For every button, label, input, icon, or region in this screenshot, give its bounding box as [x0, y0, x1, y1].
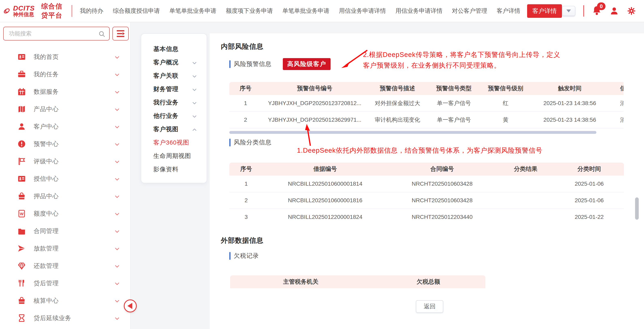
sidebar-item-label: 客户中心 — [34, 122, 59, 131]
chevron-down-icon[interactable] — [192, 114, 197, 120]
submenu-item-9[interactable]: 影像资料 — [153, 163, 207, 176]
table-cell: 2025-01-23 14:38:56 — [531, 112, 609, 128]
chevron-down-icon[interactable] — [192, 74, 197, 80]
sidebar-item-label: 押品中心 — [34, 192, 59, 200]
submenu-item-1[interactable]: 客户概况 — [153, 56, 207, 69]
top-nav-item-4[interactable]: 单笔单批业务申请 — [282, 7, 330, 15]
top-nav-item-8[interactable]: 客户详情 — [497, 7, 520, 15]
chevron-down-icon[interactable] — [114, 246, 120, 252]
top-nav-item-0[interactable]: 我的待办 — [80, 7, 103, 15]
chevron-down-icon[interactable] — [192, 60, 197, 66]
top-nav-item-3[interactable]: 额度项下业务申请 — [226, 7, 273, 15]
chevron-down-icon[interactable] — [114, 142, 120, 148]
chevron-down-icon[interactable] — [114, 72, 120, 78]
sidebar-item-label: 授信中心 — [34, 175, 59, 183]
risk-warning-section-label: 风险预警信息 — [234, 60, 272, 68]
submenu-item-4[interactable]: 我行业务 — [153, 96, 207, 109]
nav-overflow-dropdown-button[interactable] — [562, 6, 575, 16]
sidebar-collapse-fab[interactable] — [124, 300, 137, 313]
menu-collapse-button[interactable] — [112, 27, 129, 40]
sidebar-item-14[interactable]: 核算中心 — [0, 292, 130, 309]
sidebar-item-6[interactable]: 评级中心 — [0, 153, 130, 170]
send-icon — [18, 244, 26, 253]
horizontal-scrollbar[interactable] — [229, 131, 596, 134]
table-cell: NRCHT2025010603428 — [387, 176, 497, 192]
chevron-down-icon[interactable] — [114, 211, 120, 217]
top-nav-item-5[interactable]: 用信业务申请详情 — [339, 7, 386, 15]
sidebar-item-label: 核算中心 — [34, 297, 59, 305]
search-input[interactable] — [4, 27, 109, 40]
chevron-down-icon[interactable] — [114, 89, 120, 96]
sidebar-item-label: 我的首页 — [34, 53, 59, 61]
sidebar-item-0[interactable]: 我的首页 — [0, 48, 130, 66]
back-button[interactable]: 返回 — [416, 300, 443, 313]
sidebar-item-7[interactable]: 授信中心 — [0, 170, 130, 187]
top-nav-item-1[interactable]: 综合额度授信申请 — [113, 7, 160, 15]
internal-risk-title: 内部风险信息 — [221, 42, 263, 51]
chevron-down-icon[interactable] — [114, 124, 120, 130]
column-header: 预警信号类型 — [427, 82, 480, 95]
chevron-down-icon[interactable] — [114, 55, 120, 61]
table-cell — [497, 176, 554, 192]
sidebar-item-label: 我的任务 — [34, 70, 59, 78]
bag-icon — [18, 192, 26, 200]
tab-customer-detail-active[interactable]: 客户详情 — [527, 4, 562, 18]
chevron-up-icon[interactable] — [192, 127, 197, 133]
vertical-scrollbar[interactable] — [635, 197, 639, 220]
table-cell: YJBHYJXH_DGP20250123720812... — [262, 95, 368, 112]
sidebar-item-8[interactable]: 押品中心 — [0, 187, 130, 205]
main-panel: 内部风险信息 风险预警信息 高风险级客户 序号预警信号编号预警信号描述预警信号类… — [210, 33, 644, 329]
chevron-down-icon[interactable] — [114, 299, 120, 305]
sidebar-item-9[interactable]: W额度中心 — [0, 205, 130, 222]
sidebar-item-11[interactable]: 放款管理 — [0, 240, 130, 257]
chevron-down-icon[interactable] — [114, 229, 120, 235]
submenu-item-7[interactable]: 客户360视图 — [153, 136, 207, 149]
chevron-down-icon[interactable] — [114, 281, 120, 287]
chevron-down-icon[interactable] — [114, 316, 120, 322]
table-cell: 黄 — [480, 112, 531, 128]
sidebar-item-1[interactable]: 我的任务 — [0, 66, 130, 83]
notifications-button[interactable]: 0 — [592, 5, 602, 16]
sidebar-item-3[interactable]: 产品中心 — [0, 100, 130, 118]
table-cell: 2025-01-06 — [554, 176, 624, 192]
table-cell: 对外担保金额过大 — [368, 95, 427, 112]
table-cell: 2 — [229, 192, 263, 209]
sidebar-item-10[interactable]: 合同管理 — [0, 222, 130, 240]
sidebar-item-2[interactable]: 数据服务 — [0, 83, 130, 100]
top-nav-item-7[interactable]: 对公客户管理 — [452, 7, 487, 15]
user-profile-button[interactable] — [610, 6, 619, 16]
table-cell: 红 — [480, 95, 531, 112]
submenu-item-label: 基本信息 — [153, 45, 178, 53]
submenu-item-6[interactable]: 客户视图 — [153, 122, 207, 136]
submenu-item-3[interactable]: 财务管理 — [153, 82, 207, 96]
settings-button[interactable] — [627, 6, 636, 15]
chevron-down-icon[interactable] — [114, 194, 120, 200]
chevron-down-icon[interactable] — [192, 101, 197, 106]
idcard-icon — [18, 53, 26, 61]
chevron-down-icon[interactable] — [114, 177, 120, 183]
sidebar-item-4[interactable]: 客户中心 — [0, 118, 130, 135]
submenu-item-label: 客户360视图 — [153, 138, 189, 147]
sidebar-item-13[interactable]: 贷后管理 — [0, 275, 130, 292]
top-nav-item-2[interactable]: 单笔单批业务申请 — [169, 7, 216, 15]
submenu-item-5[interactable]: 他行业务 — [153, 109, 207, 122]
chevron-down-icon[interactable] — [114, 159, 120, 165]
sidebar-item-5[interactable]: 预警中心 — [0, 135, 130, 153]
table-cell: NRCHT2025010603428 — [387, 192, 497, 209]
submenu-item-0[interactable]: 基本信息 — [153, 42, 207, 56]
app-logo: DCITS 神州信息 综合信贷平台 — [3, 2, 65, 20]
submenu-item-label: 生命周期视图 — [153, 152, 191, 160]
logo-divider — [72, 5, 72, 17]
sidebar-item-15[interactable]: 贷后延续业务 — [0, 309, 130, 327]
submenu-item-label: 影像资料 — [153, 165, 178, 174]
sidebar-item-12[interactable]: 还款管理 — [0, 257, 130, 275]
submenu-item-8[interactable]: 生命周期视图 — [153, 149, 207, 163]
product-title: 综合信贷平台 — [41, 2, 64, 20]
chevron-down-icon[interactable] — [114, 264, 120, 270]
chevron-down-icon[interactable] — [114, 107, 120, 113]
tax-arrears-table: 主管税务机关欠税总额 — [230, 275, 486, 292]
alert-circle-icon — [18, 140, 26, 148]
top-nav-item-6[interactable]: 用信业务申请详情 — [396, 7, 442, 15]
submenu-item-2[interactable]: 客户关联 — [153, 69, 207, 82]
chevron-down-icon[interactable] — [192, 87, 197, 93]
